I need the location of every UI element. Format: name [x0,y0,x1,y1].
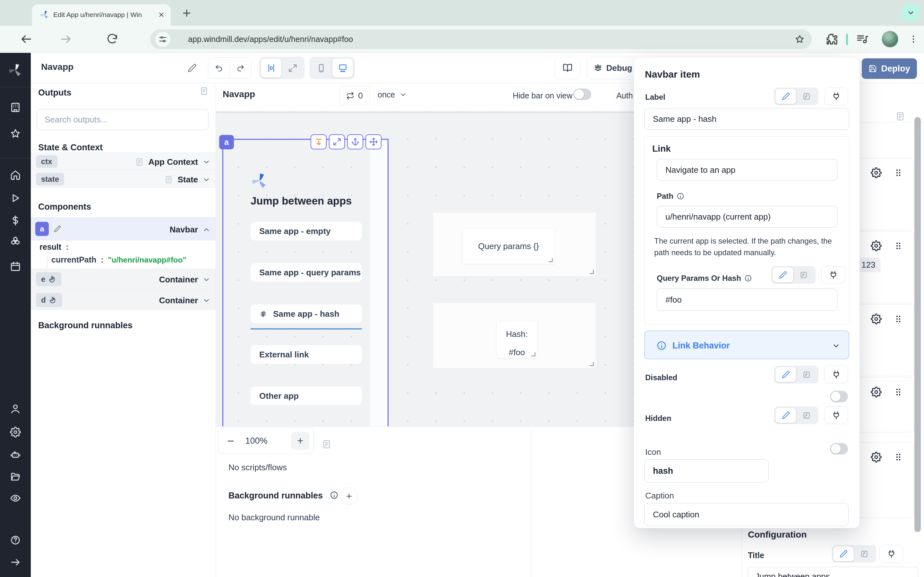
resize-handle[interactable] [549,258,553,262]
function-mode-button[interactable] [793,271,814,279]
disabled-connect-button[interactable] [824,366,848,384]
query-textarea[interactable]: #foo [657,288,837,311]
rail-item-calendar[interactable] [10,261,21,272]
fullsize-button[interactable] [329,134,345,149]
tab-close-icon[interactable] [158,11,165,18]
zoom-in-button[interactable] [291,432,309,450]
debug-button[interactable]: Debug [587,57,639,79]
undo-button[interactable] [208,58,230,78]
info-icon[interactable] [744,274,752,282]
function-mode-button[interactable] [796,93,817,100]
reload-button[interactable] [106,33,119,45]
query-connect-button[interactable] [821,266,845,284]
drag-handle-icon[interactable] [893,241,903,251]
query-params-box[interactable]: Query params {} [433,213,596,276]
nav-item-5[interactable]: Other app [250,387,362,405]
rail-item-play[interactable] [10,193,21,203]
drag-handle-icon[interactable] [893,452,903,462]
settings-doc-icon[interactable] [895,111,905,121]
static-mode-button[interactable] [775,408,796,423]
address-bar[interactable]: app.windmill.dev/apps/edit/u/henri/navap… [150,29,812,49]
chevron-down-icon[interactable] [202,297,210,305]
panel-doc-icon[interactable] [200,87,208,95]
resize-handle[interactable] [531,352,535,356]
profile-avatar[interactable] [882,31,898,47]
function-mode-button[interactable] [796,371,817,379]
label-connect-button[interactable] [824,87,848,105]
query-params-text-box[interactable]: Query params {} [463,229,554,264]
forward-button[interactable] [59,33,72,45]
static-mode-button[interactable] [833,546,854,561]
function-mode-button[interactable] [796,412,817,419]
deploy-button[interactable]: Deploy [862,58,917,79]
hash-box[interactable]: Hash: #foo [433,303,596,368]
container-e-badge[interactable]: e [36,272,61,286]
state-row[interactable]: state State [31,170,216,187]
media-control-icon[interactable] [856,33,869,45]
link-behavior-collapsible[interactable]: Link Behavior [644,330,849,359]
chevron-down-icon[interactable] [202,176,210,184]
chevron-up-icon[interactable] [202,226,210,234]
refresh-mode-select[interactable]: once [378,90,407,99]
back-button[interactable] [20,33,33,45]
nav-item-3[interactable]: Same app - hash [250,305,362,323]
hash-text-box[interactable]: Hash: #foo [497,322,537,358]
rail-item-eye[interactable] [10,493,21,504]
rail-item-folder[interactable] [10,471,21,482]
search-outputs-input[interactable]: Search outputs... [37,109,208,130]
windmill-logo[interactable] [8,63,23,78]
nav-item-1[interactable]: Same app - empty [250,222,362,240]
drag-handle-icon[interactable] [893,314,903,324]
current-path-row[interactable]: currentPath : "u/henri/navapp#foo" [51,255,186,264]
browser-tab[interactable]: Edit App u/henri/navapp | Win [32,4,171,26]
gear-icon[interactable] [871,167,882,178]
drag-handle-icon[interactable] [893,168,903,178]
hidden-connect-button[interactable] [824,406,848,424]
gear-icon[interactable] [871,387,882,398]
static-mode-button[interactable] [772,268,793,282]
add-bg-runnable-button[interactable] [341,488,358,505]
gear-icon[interactable] [871,240,882,251]
component-a-badge[interactable]: a [35,222,49,236]
anchor-button[interactable] [347,134,363,149]
site-settings-button[interactable] [155,32,170,47]
rail-item-question[interactable] [10,535,21,546]
rail-item-dollar[interactable] [10,215,21,226]
fullscreen-layout-button[interactable] [282,58,303,77]
chevron-down-icon[interactable] [202,158,210,166]
ctx-badge[interactable]: ctx [36,155,57,168]
mobile-view-button[interactable] [311,58,331,77]
expand-down-button[interactable] [310,134,326,149]
resize-handle[interactable] [590,270,594,274]
icon-input[interactable]: hash [644,459,769,482]
settings-scrollbar[interactable] [914,117,921,532]
drag-handle-icon[interactable] [893,387,903,397]
new-tab-button[interactable] [181,8,192,19]
static-mode-button[interactable] [775,89,796,104]
disabled-toggle[interactable] [830,391,848,402]
title-connect-button[interactable] [879,545,903,562]
resize-handle[interactable] [590,362,594,366]
rail-item-arrow-right[interactable] [10,557,21,568]
rail-item-star[interactable] [10,128,21,139]
edit-component-button[interactable] [51,222,64,236]
centered-layout-button[interactable] [261,58,281,77]
container-e-row[interactable]: e Container [31,269,216,289]
container-d-badge[interactable]: d [36,293,62,307]
refresh-count-button[interactable]: 0 [339,85,370,105]
bookmark-star-icon[interactable] [795,34,804,44]
caption-input[interactable]: Cool caption [644,503,849,526]
rail-item-home[interactable] [10,169,21,181]
info-icon[interactable] [330,491,338,500]
edit-title-icon[interactable] [188,63,197,73]
gear-icon[interactable] [871,452,882,463]
nav-item-2[interactable]: Same app - query params [250,263,362,282]
hide-bar-toggle[interactable] [573,89,591,100]
nav-item-4[interactable]: External link [250,345,362,364]
title-input[interactable]: Jump between apps [748,567,918,577]
runnables-doc-icon[interactable] [322,440,331,449]
function-mode-button[interactable] [854,550,875,558]
selected-navbar-component[interactable]: Jump between apps Same app - emptySame a… [222,139,389,426]
docs-button[interactable] [555,57,580,79]
rail-item-gear[interactable] [10,427,21,438]
